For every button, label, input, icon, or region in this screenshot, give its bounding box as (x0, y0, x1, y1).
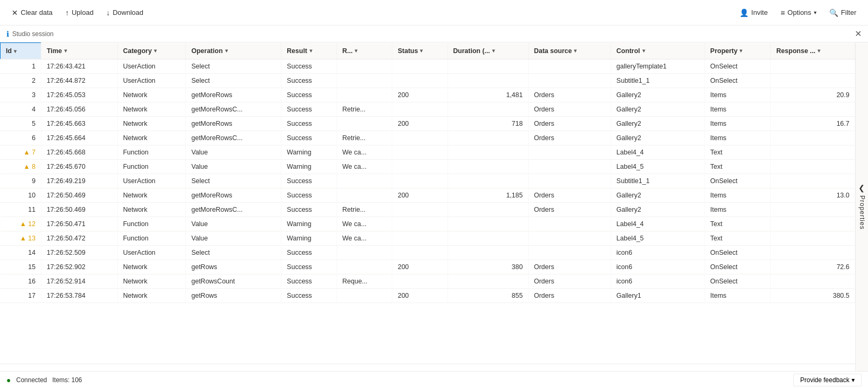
sort-icon-property: ▾ (740, 48, 742, 54)
col-header-operation[interactable]: Operation▾ (186, 43, 281, 59)
table-cell: getMoreRowsC... (186, 102, 281, 117)
table-cell (771, 203, 855, 217)
properties-panel-toggle[interactable]: ❮ Properties (855, 42, 868, 371)
table-row[interactable]: 417:26:45.056NetworkgetMoreRowsC...Succe… (1, 102, 855, 117)
table-cell: Function (117, 160, 186, 174)
table-cell: OnSelect (704, 74, 771, 88)
table-cell: Select (186, 59, 281, 74)
table-cell: Value (186, 145, 281, 160)
table-cell: Retrie... (337, 131, 392, 145)
table-cell (392, 131, 448, 145)
table-cell: Orders (528, 260, 611, 274)
col-header-property[interactable]: Property▾ (704, 43, 771, 59)
table-cell: getMoreRowsC... (186, 203, 281, 217)
table-cell (448, 231, 528, 246)
table-cell: Network (117, 102, 186, 117)
table-cell: Orders (528, 88, 611, 102)
table-cell: 1,185 (448, 188, 528, 203)
col-header-datasource[interactable]: Data source▾ (528, 43, 611, 59)
clear-data-button[interactable]: ✕ Clear data (6, 6, 58, 20)
table-cell (337, 246, 392, 260)
table-cell: 1 (1, 59, 41, 74)
toolbar: ✕ Clear data ↑ Upload ↓ Download 👤 Invit… (0, 0, 868, 25)
table-cell: 11 (1, 203, 41, 217)
table-cell: 17:26:52.902 (41, 260, 117, 274)
table-cell: Network (117, 131, 186, 145)
table-row[interactable]: ▲ 817:26:45.670FunctionValueWarningWe ca… (1, 160, 855, 174)
clear-icon: ✕ (12, 8, 18, 17)
table-cell: getRows (186, 289, 281, 303)
table-cell: Retrie... (337, 102, 392, 117)
horizontal-scrollbar[interactable] (0, 364, 855, 371)
table-cell: Gallery1 (611, 289, 705, 303)
session-close-button[interactable]: ✕ (855, 29, 862, 39)
table-cell (337, 260, 392, 274)
table-row[interactable]: 1717:26:53.784NetworkgetRowsSuccess20085… (1, 289, 855, 303)
table-row[interactable]: 317:26:45.053NetworkgetMoreRowsSuccess20… (1, 88, 855, 102)
col-header-duration[interactable]: Duration (...▾ (448, 43, 528, 59)
table-cell (392, 217, 448, 231)
table-cell: Select (186, 74, 281, 88)
table-row[interactable]: 117:26:43.421UserActionSelectSuccessgall… (1, 59, 855, 74)
status-right: Provide feedback ▾ (793, 374, 862, 386)
table-row[interactable]: 1017:26:50.469NetworkgetMoreRowsSuccess2… (1, 188, 855, 203)
table-row[interactable]: 1517:26:52.902NetworkgetRowsSuccess20038… (1, 260, 855, 274)
sort-icon-response: ▾ (818, 48, 820, 54)
col-header-r[interactable]: R...▾ (337, 43, 392, 59)
table-cell: 9 (1, 174, 41, 188)
table-cell (337, 188, 392, 203)
table-cell: Gallery2 (611, 88, 705, 102)
table-row[interactable]: 917:26:49.219UserActionSelectSuccessSubt… (1, 174, 855, 188)
table-row[interactable]: ▲ 1217:26:50.471FunctionValueWarningWe c… (1, 217, 855, 231)
table-cell: ▲ 8 (1, 160, 41, 174)
table-row[interactable]: 1617:26:52.914NetworkgetRowsCountSuccess… (1, 274, 855, 289)
table-row[interactable]: ▲ 717:26:45.668FunctionValueWarningWe ca… (1, 145, 855, 160)
upload-button[interactable]: ↑ Upload (60, 6, 99, 20)
table-cell: OnSelect (704, 260, 771, 274)
col-header-id[interactable]: Id ▾ (1, 43, 41, 59)
table-cell: Success (281, 188, 337, 203)
filter-button[interactable]: 🔍 Filter (824, 6, 862, 20)
col-header-status[interactable]: Status▾ (392, 43, 448, 59)
download-button[interactable]: ↓ Download (101, 6, 149, 20)
toolbar-right: 👤 Invite ≡ Options ▾ 🔍 Filter (734, 6, 862, 20)
table-cell: Warning (281, 231, 337, 246)
col-header-control[interactable]: Control▾ (611, 43, 705, 59)
table-scroll[interactable]: Id ▾ Time▾ Category▾ Operation▾ Result▾ … (0, 42, 855, 364)
table-cell: Orders (528, 289, 611, 303)
col-header-result[interactable]: Result▾ (281, 43, 337, 59)
items-count: Items: 106 (53, 376, 82, 384)
table-row[interactable]: 217:26:44.872UserActionSelectSuccessSubt… (1, 74, 855, 88)
col-header-response[interactable]: Response ...▾ (771, 43, 855, 59)
table-cell: Label4_4 (611, 145, 705, 160)
invite-button[interactable]: 👤 Invite (734, 6, 773, 20)
table-cell: Items (704, 289, 771, 303)
col-header-category[interactable]: Category▾ (117, 43, 186, 59)
table-cell (448, 145, 528, 160)
table-cell: Select (186, 246, 281, 260)
table-cell: 4 (1, 102, 41, 117)
options-button[interactable]: ≡ Options ▾ (775, 6, 822, 20)
col-header-time[interactable]: Time▾ (41, 43, 117, 59)
chevron-left-icon: ❮ (858, 184, 865, 192)
table-cell (392, 246, 448, 260)
table-cell: Network (117, 203, 186, 217)
table-cell: getRows (186, 260, 281, 274)
table-cell: Success (281, 102, 337, 117)
table-cell: 17:26:45.056 (41, 102, 117, 117)
table-row[interactable]: 1417:26:52.509UserActionSelectSuccessico… (1, 246, 855, 260)
table-row[interactable]: 517:26:45.663NetworkgetMoreRowsSuccess20… (1, 117, 855, 131)
table-cell: 17:26:43.421 (41, 59, 117, 74)
table-cell: Items (704, 88, 771, 102)
table-cell: icon6 (611, 274, 705, 289)
table-row[interactable]: 1117:26:50.469NetworkgetMoreRowsC...Succ… (1, 203, 855, 217)
table-cell: getMoreRows (186, 117, 281, 131)
table-cell: Network (117, 260, 186, 274)
provide-feedback-button[interactable]: Provide feedback ▾ (793, 374, 862, 386)
table-row[interactable]: ▲ 1317:26:50.472FunctionValueWarningWe c… (1, 231, 855, 246)
properties-panel-label: Properties (858, 195, 866, 230)
table-cell: Select (186, 174, 281, 188)
table-cell (771, 145, 855, 160)
table-row[interactable]: 617:26:45.664NetworkgetMoreRowsC...Succe… (1, 131, 855, 145)
table-cell: Items (704, 203, 771, 217)
